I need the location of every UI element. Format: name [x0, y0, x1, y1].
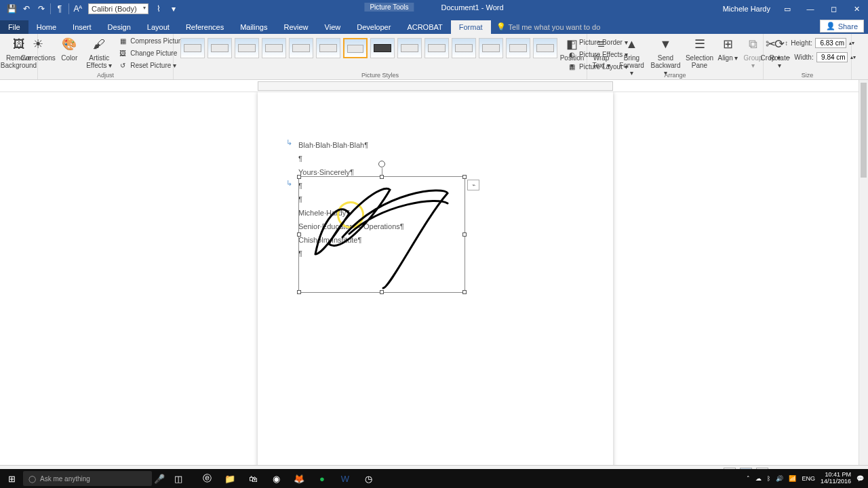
crop-icon: ✂: [761, 37, 780, 53]
width-label: Width:: [794, 54, 813, 61]
color-button[interactable]: 🎨Color: [57, 35, 81, 62]
tab-format[interactable]: Format: [451, 20, 491, 34]
tell-me-search[interactable]: 💡Tell me what you want to do: [491, 20, 606, 34]
quick-access-toolbar: 💾 ↶ ↷ ¶ Aᴬ Calibri (Body) ⌇ ▾: [0, 1, 181, 16]
style-thumb[interactable]: [235, 38, 259, 58]
style-thumb[interactable]: [289, 38, 313, 58]
align-button[interactable]: ⊞Align ▾: [717, 35, 739, 62]
volume-icon[interactable]: 🔊: [776, 475, 783, 482]
signature-image: [302, 180, 463, 291]
height-label: Height:: [791, 39, 812, 47]
ribbon-tabs: File Home Insert Design Layout Reference…: [0, 18, 868, 34]
notifications-icon[interactable]: 💬: [856, 475, 864, 482]
onedrive-icon[interactable]: ☁: [755, 475, 762, 482]
cortana-search[interactable]: ◯Ask me anything: [23, 471, 152, 486]
explorer-icon[interactable]: 📁: [218, 469, 241, 488]
picture-styles-gallery[interactable]: [178, 35, 560, 58]
start-button[interactable]: ⊞: [0, 469, 23, 488]
tab-file[interactable]: File: [0, 20, 28, 34]
anchor-icon: ↳: [286, 138, 292, 147]
mic-icon[interactable]: 🎤: [152, 469, 167, 488]
style-thumb[interactable]: [506, 38, 530, 58]
scroll-thumb[interactable]: [861, 83, 867, 178]
tab-view[interactable]: View: [317, 20, 349, 34]
word-icon[interactable]: W: [334, 469, 357, 488]
save-icon[interactable]: 💾: [4, 1, 19, 16]
context-tab-label: Picture Tools: [364, 3, 414, 12]
selection-pane-button[interactable]: ☰Selection Pane: [685, 35, 715, 69]
document-canvas[interactable]: ↳ ↳ Blah·Blah·Blah·Blah¶ ¶ Yours·Sincere…: [0, 92, 859, 470]
bulb-icon: 💡: [496, 22, 506, 31]
document-title: Document1 - Word: [441, 3, 503, 12]
resize-handle[interactable]: [462, 175, 467, 179]
clock[interactable]: 10:41 PM14/11/2016: [821, 472, 851, 485]
tray-up-icon[interactable]: ˄: [747, 475, 750, 482]
tab-insert[interactable]: Insert: [64, 20, 100, 34]
font-selector[interactable]: Calibri (Body): [88, 3, 149, 14]
style-thumb[interactable]: [180, 38, 205, 58]
redo-icon[interactable]: ↷: [34, 1, 49, 16]
tab-review[interactable]: Review: [276, 20, 317, 34]
maximize-icon[interactable]: ◻: [822, 0, 845, 18]
resize-handle[interactable]: [380, 175, 384, 179]
style-thumb[interactable]: [370, 38, 395, 58]
firefox-icon[interactable]: 🦊: [288, 469, 311, 488]
ruler-horizontal[interactable]: [0, 80, 868, 92]
network-icon[interactable]: 📶: [789, 475, 796, 482]
bring-forward-button[interactable]: ▲Bring Forward ▾: [617, 35, 647, 77]
style-thumb[interactable]: [533, 38, 557, 58]
minimize-icon[interactable]: —: [799, 0, 822, 18]
position-button[interactable]: ◧Position ▾: [559, 35, 586, 69]
wrap-text-button[interactable]: ≡Wrap Text ▾: [589, 35, 614, 69]
edge-icon[interactable]: ⓔ: [195, 469, 218, 488]
artistic-effects-button[interactable]: 🖌Artistic Effects ▾: [84, 35, 114, 69]
spotify-icon[interactable]: ●: [311, 469, 334, 488]
tab-mailings[interactable]: Mailings: [232, 20, 275, 34]
styles-icon[interactable]: Aᴬ: [71, 1, 85, 16]
style-thumb[interactable]: [262, 38, 286, 58]
style-thumb[interactable]: [208, 38, 232, 58]
qat-more-icon[interactable]: ▾: [166, 1, 181, 16]
para-icon[interactable]: ¶: [52, 1, 67, 16]
bluetooth-icon[interactable]: ᛒ: [767, 475, 770, 482]
task-view-icon[interactable]: ◫: [167, 469, 190, 488]
resize-handle[interactable]: [297, 290, 301, 294]
crop-button[interactable]: ✂Crop ▾: [759, 35, 782, 62]
style-thumb[interactable]: [397, 38, 422, 58]
hierarchy-icon[interactable]: ⌇: [151, 1, 166, 16]
style-thumb-selected[interactable]: [343, 38, 368, 58]
send-backward-button[interactable]: ▼Send Backward ▾: [650, 35, 682, 77]
share-button[interactable]: 👤Share: [820, 20, 864, 33]
tab-design[interactable]: Design: [100, 20, 139, 34]
width-input[interactable]: [816, 52, 848, 62]
group-label-styles: Picture Styles: [174, 72, 587, 79]
resize-handle[interactable]: [297, 175, 301, 179]
user-name[interactable]: Michele Hardy: [723, 5, 770, 13]
height-input[interactable]: [815, 38, 846, 48]
keyboard-lang[interactable]: ENG: [802, 475, 815, 482]
scrollbar-vertical[interactable]: [859, 80, 868, 465]
app-icon[interactable]: ◷: [357, 469, 380, 488]
ribbon-options-icon[interactable]: ▭: [776, 0, 799, 18]
chrome-icon[interactable]: ◉: [264, 469, 288, 488]
style-thumb[interactable]: [479, 38, 503, 58]
tab-layout[interactable]: Layout: [139, 20, 178, 34]
style-thumb[interactable]: [425, 38, 449, 58]
corrections-button[interactable]: ☀Corrections: [22, 35, 54, 62]
resize-handle[interactable]: [297, 232, 301, 237]
rotate-handle[interactable]: [378, 161, 385, 167]
style-thumb[interactable]: [452, 38, 476, 58]
tell-me-label: Tell me what you want to do: [509, 23, 601, 31]
send-icon: ▼: [656, 37, 675, 53]
style-thumb[interactable]: [316, 38, 340, 58]
tab-references[interactable]: References: [178, 20, 232, 34]
tab-developer[interactable]: Developer: [349, 20, 399, 34]
undo-icon[interactable]: ↶: [19, 1, 34, 16]
close-icon[interactable]: ✕: [845, 0, 868, 18]
tab-acrobat[interactable]: ACROBAT: [399, 20, 450, 34]
tab-home[interactable]: Home: [28, 20, 64, 34]
wrap-icon: ≡: [592, 37, 611, 53]
store-icon[interactable]: 🛍: [241, 469, 264, 488]
layout-options-button[interactable]: ⌁: [467, 180, 479, 190]
selected-picture[interactable]: ⌁: [298, 176, 465, 293]
